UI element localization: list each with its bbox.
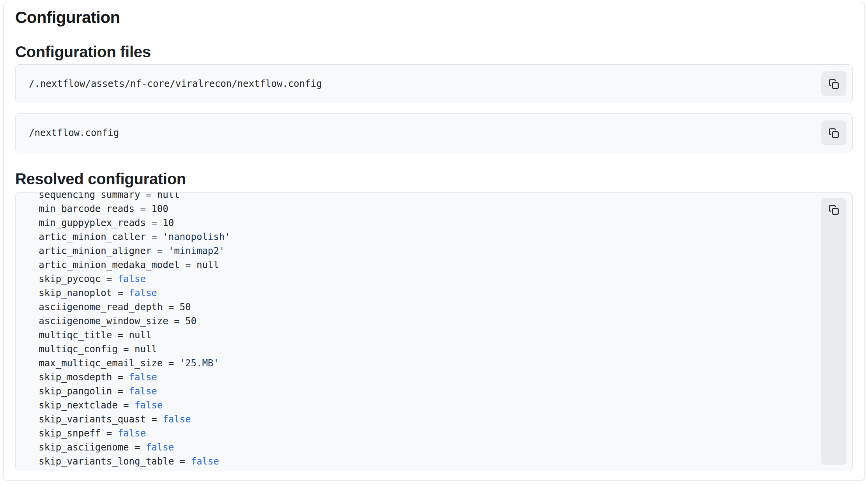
resolved-config-scroll-area[interactable]: sequencing_summary = null min_barcode_re…: [16, 193, 852, 471]
resolved-config-code: sequencing_summary = null min_barcode_re…: [22, 193, 810, 471]
section-heading-resolved-configuration: Resolved configuration: [15, 171, 853, 187]
panel-body: Configuration files /.nextflow/assets/nf…: [4, 33, 864, 480]
page-title: Configuration: [15, 9, 853, 26]
config-file-box: /.nextflow/assets/nf-core/viralrecon/nex…: [15, 64, 853, 103]
config-file-path: /.nextflow/assets/nf-core/viralrecon/nex…: [29, 78, 322, 89]
copy-icon: [829, 79, 839, 89]
copy-icon: [829, 205, 839, 215]
section-heading-configuration-files: Configuration files: [15, 44, 853, 60]
copy-button[interactable]: [821, 120, 846, 145]
panel-header: Configuration: [4, 2, 864, 33]
config-file-box: /nextflow.config: [15, 113, 853, 152]
configuration-panel: Configuration Configuration files /.next…: [3, 2, 865, 481]
copy-button[interactable]: [821, 71, 846, 96]
config-file-path: /nextflow.config: [29, 127, 119, 138]
copy-button[interactable]: [821, 198, 846, 465]
copy-icon: [829, 128, 839, 138]
resolved-config-box: sequencing_summary = null min_barcode_re…: [15, 192, 853, 471]
